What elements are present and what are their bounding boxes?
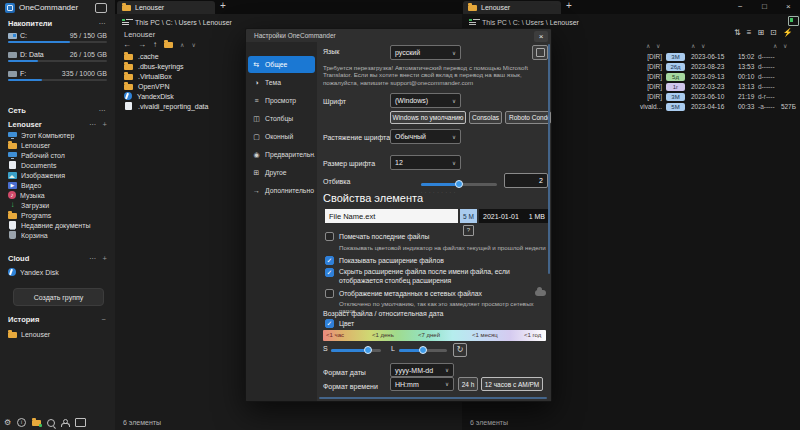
sidebar-item-music[interactable]: ♪Музыка [0,190,115,200]
sidebar-item-this-computer[interactable]: Этот Компьютер [0,130,115,140]
copy-icon[interactable]: ⊡ [770,28,777,37]
sidebar-item-documents[interactable]: Documents [0,160,115,170]
sort-date-chevrons[interactable]: ∧ ∨ [691,42,707,49]
tab-theme[interactable]: ◑Тема [248,74,315,91]
user-add-icon[interactable]: + [103,120,107,129]
sidebar-item-videos[interactable]: ▶Видео [0,180,115,190]
sort-size-chevrons[interactable]: ∧ ∨ [773,42,789,49]
new-tab-icon[interactable]: + [220,0,226,11]
middle-breadcrumb[interactable]: This PC \ C: \ Users \ Lenouser [115,15,462,29]
sort-icon[interactable]: ⇅ [734,28,741,37]
tab-advanced[interactable]: →Дополнительно [248,182,315,199]
reset-colors-icon[interactable]: ↻ [453,343,467,357]
history-collapse-icon[interactable]: − [102,315,107,324]
language-select[interactable]: русский∨ [390,45,461,60]
window-icon: ▢ [252,133,261,141]
dialog-vertical-scrollbar[interactable] [548,44,550,274]
close-window-icon[interactable]: × [786,2,791,11]
file-row[interactable]: .cache [124,51,208,61]
tab-window[interactable]: ▢Оконный [248,128,315,145]
drive-c[interactable]: C:95 / 150 GB [0,32,115,50]
user-account-icon[interactable] [61,419,69,427]
font-consolas-button[interactable]: Consolas [469,111,502,124]
sidebar-item-recycle-bin[interactable]: Корзина [0,230,115,240]
dialog-close-icon[interactable]: × [534,31,548,42]
cloud-add-icon[interactable]: + [103,254,107,263]
help-badge[interactable]: ? [463,225,474,236]
sidebar-item-pictures[interactable]: Изображения [0,170,115,180]
tab-columns[interactable]: ◫Столбцы [248,110,315,127]
file-row[interactable]: .VirtualBox [124,71,208,81]
sidebar-item-downloads[interactable]: ↓Загрузки [0,200,115,210]
user-menu-icon[interactable]: ⋯ [89,120,98,129]
up-icon[interactable]: ↑ [153,40,157,49]
right-breadcrumb[interactable]: This PC \ C: \ Users \ Lenouser [462,15,800,29]
file-row[interactable]: .dbus-keyrings [124,61,208,71]
minimize-icon[interactable]: − [738,2,743,11]
settings-icon[interactable]: ⚙ [4,418,11,427]
quick-actions-icon[interactable]: ⚡ [783,28,793,37]
file-row[interactable]: OpenVPN [124,81,208,91]
network-metadata-checkbox[interactable] [325,289,334,298]
tab-view[interactable]: ≡Просмотр [248,92,315,109]
sidebar-item-yandex-disk[interactable]: Yandex Disk [0,267,131,277]
font-stretch-select[interactable]: Обычный∨ [390,129,461,144]
display-icon[interactable] [75,418,86,427]
date-format-select[interactable]: yyyy-MM-dd∨ [390,363,454,377]
collapse-icon[interactable]: ∧ [180,41,184,48]
tab-other[interactable]: ⊞Другое [248,164,315,181]
time-format-select[interactable]: HH:mm∨ [390,377,454,391]
translate-icon [536,48,545,57]
show-extensions-checkbox[interactable]: ✓ [325,256,334,265]
list-view-icon[interactable]: ≡ [747,28,752,37]
expand-icon[interactable]: ∨ [191,41,195,48]
hide-extension-checkbox[interactable]: ✓ [325,268,334,277]
sidebar-item-recent-documents[interactable]: Недавние документы [0,220,115,230]
drive-f[interactable]: F:335 / 1000 GB [0,70,115,88]
dual-pane-status-icon[interactable] [788,16,799,26]
sidebar-item-lenouser[interactable]: Lenouser [0,140,115,150]
dialog-horizontal-scrollbar[interactable] [319,397,547,399]
tab-lenouser[interactable]: Lenouser [463,1,561,14]
back-icon[interactable]: ← [123,40,131,49]
color-checkbox[interactable]: ✓ [325,319,334,328]
font-roboto-button[interactable]: Roboto Condensed [505,111,551,124]
file-row[interactable]: .vivaldi_reporting_data [124,101,208,111]
spacing-value[interactable]: 2 [504,173,548,188]
drive-icon [8,71,17,77]
drives-menu-icon[interactable]: ⋯ [99,19,108,28]
sidebar-item-desktop[interactable]: Рабочий стол [0,150,115,160]
layout-toggle-icon[interactable] [95,3,107,13]
info-icon[interactable]: i [17,418,26,427]
font-default-button[interactable]: Windows по умолчанию [390,111,466,124]
format-24h-button[interactable]: 24 h [458,377,478,391]
translate-button[interactable] [532,45,548,60]
sort-name-chevrons[interactable]: ∧ ∨ [646,42,662,49]
tab-lenouser[interactable]: Lenouser [117,1,215,14]
new-folder-icon[interactable] [164,42,173,48]
drive-d[interactable]: D: Data26 / 105 GB [0,51,115,69]
create-group-button[interactable]: Создать группу [13,288,104,306]
maximize-icon[interactable]: □ [762,2,767,11]
format-12h-button[interactable]: 12 часов с AM/PM [481,377,543,391]
tab-preview[interactable]: ◉Предварительн... [248,146,315,163]
saturation-slider[interactable] [331,349,381,352]
grid-view-icon[interactable]: ⊞ [757,28,764,37]
lightness-slider[interactable] [399,349,447,352]
mark-recent-checkbox[interactable] [325,232,334,241]
file-row[interactable]: YandexDisk [124,91,208,101]
font-size-select[interactable]: 12∨ [390,155,461,170]
search-icon[interactable] [47,419,55,427]
tab-general[interactable]: ⇆Общее [248,56,315,73]
drive-usage: 26 / 105 GB [70,51,107,58]
font-select[interactable]: (Windows)∨ [390,93,461,108]
spacing-slider[interactable] [421,183,497,186]
new-tab-icon[interactable]: + [566,0,572,11]
folder-icon [124,74,133,80]
file-operations-icon[interactable] [32,420,41,426]
network-menu-icon[interactable]: ⋯ [99,106,108,115]
cloud-menu-icon[interactable]: ⋯ [89,254,98,263]
sidebar-item-programs[interactable]: Programs [0,210,115,220]
forward-icon[interactable]: → [138,40,146,49]
history-item-lenouser[interactable]: Lenouser [0,329,131,339]
